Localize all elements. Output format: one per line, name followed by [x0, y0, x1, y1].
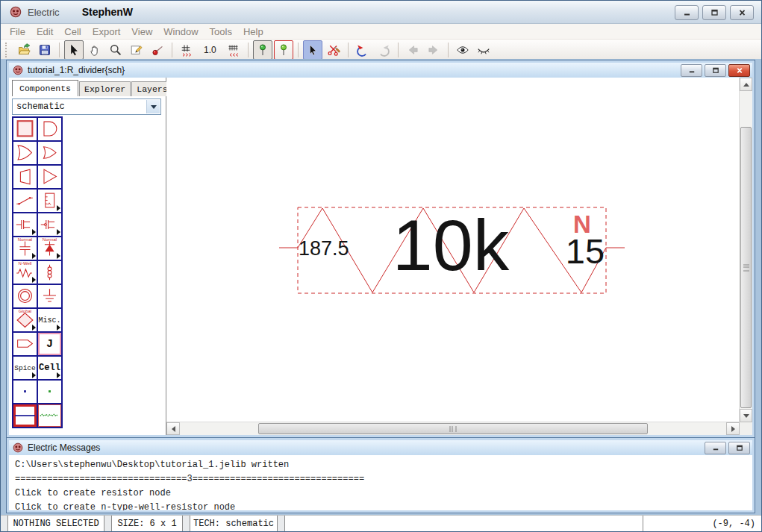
go-back-button[interactable] — [403, 40, 422, 60]
zoom-magnifier-button[interactable] — [106, 40, 125, 60]
messages-console: C:\Users\stephenwu\Desktop\tutorial_1.je… — [9, 455, 752, 510]
palette-item-global-signal[interactable]: Global — [13, 309, 37, 331]
select-objects-icon — [306, 43, 319, 57]
canvas-horizontal-scrollbar[interactable] — [166, 422, 740, 435]
submenu-arrow-icon — [57, 253, 60, 259]
palette-item-resistor[interactable]: N-Well — [13, 261, 37, 284]
palette-item-wire-pin[interactable] — [13, 381, 37, 403]
pin-export-text-button[interactable] — [274, 40, 293, 60]
app-name: Electric — [28, 7, 60, 18]
palette-item-selected-node[interactable] — [13, 118, 37, 140]
palette-item-label: Normal — [43, 237, 57, 242]
palette-item-flipflop[interactable] — [38, 190, 61, 212]
palette-item-letter-j[interactable]: J — [38, 333, 61, 355]
palette-item-buffer[interactable] — [38, 166, 61, 188]
select-arrow-button[interactable] — [64, 40, 84, 60]
palette-select[interactable]: schematic — [12, 98, 161, 115]
palette-item-spice[interactable]: Spice — [13, 357, 37, 379]
open-button[interactable] — [14, 40, 34, 60]
edit-maximize-button[interactable] — [705, 64, 726, 77]
palette-item-xor-gate[interactable] — [38, 142, 61, 164]
vscroll-down-button[interactable] — [740, 409, 752, 422]
tab-components[interactable]: Components — [12, 80, 78, 96]
ground-icon — [38, 285, 61, 307]
submenu-arrow-icon — [32, 372, 36, 378]
main-titlebar[interactable]: Electric StephenW — [1, 1, 761, 24]
edit-modes-button[interactable] — [127, 40, 146, 60]
save-button[interactable] — [35, 40, 54, 60]
menu-item-view[interactable]: View — [131, 26, 152, 37]
canvas-vertical-scrollbar[interactable] — [739, 78, 752, 422]
hscroll-right-button[interactable] — [726, 422, 740, 435]
tools-preferences-button[interactable] — [324, 40, 343, 60]
palette-item-switch[interactable] — [13, 190, 37, 212]
vscroll-thumb[interactable] — [740, 127, 752, 408]
menu-item-window[interactable]: Window — [163, 26, 198, 37]
tab-explorer[interactable]: Explorer — [79, 81, 131, 96]
palette-item-off-page[interactable] — [13, 333, 37, 355]
palette-item-misc[interactable]: Misc. — [38, 309, 61, 331]
pan-hand-icon — [88, 43, 102, 57]
messages-minimize-button[interactable] — [705, 442, 726, 454]
edit-window-titlebar[interactable]: tutorial_1:R_divider{sch} — [9, 63, 752, 78]
redo-button[interactable] — [374, 40, 393, 60]
palette-item-circle-node[interactable] — [13, 285, 37, 307]
menu-item-help[interactable]: Help — [243, 26, 263, 37]
palette-item-or-gate[interactable] — [13, 142, 37, 164]
close-icon — [735, 66, 744, 75]
expand-eye-open-button[interactable] — [453, 40, 472, 60]
palette-item-bus-pin[interactable] — [38, 381, 61, 403]
submenu-arrow-icon — [32, 229, 36, 235]
palette-item-capacitor[interactable]: Normal — [13, 237, 37, 260]
toolbar-separator — [172, 43, 172, 57]
grid-alignment-button[interactable] — [224, 40, 243, 60]
menu-item-file[interactable]: File — [10, 26, 25, 37]
measure-pin-button[interactable] — [148, 40, 167, 60]
messages-titlebar[interactable]: Electric Messages — [9, 440, 752, 456]
electric-logo-icon — [10, 6, 22, 18]
message-line: ================================3=======… — [15, 472, 746, 486]
palette-item-bus-arc[interactable] — [38, 404, 61, 427]
palette-item-ground[interactable] — [38, 285, 61, 307]
xor-gate-icon — [38, 142, 61, 164]
pan-hand-button[interactable] — [85, 40, 104, 60]
palette-item-diode[interactable]: Normal — [38, 237, 61, 260]
pin-export-button[interactable] — [253, 40, 272, 60]
messages-maximize-button[interactable] — [728, 442, 750, 454]
palette-item-mux[interactable] — [13, 166, 37, 188]
schematic-canvas[interactable]: 187.5 10k 15 N — [166, 78, 740, 422]
palette-item-wire-arc[interactable] — [13, 404, 37, 427]
hscroll-thumb[interactable] — [258, 423, 648, 434]
chevron-down-icon[interactable] — [146, 100, 160, 113]
open-icon — [17, 43, 31, 57]
select-objects-button[interactable] — [303, 40, 322, 60]
maximize-icon — [735, 444, 744, 452]
vscroll-up-button[interactable] — [740, 78, 752, 91]
edit-minimize-button[interactable] — [681, 64, 702, 77]
edit-close-button[interactable] — [728, 64, 750, 77]
menu-item-tools[interactable]: Tools — [210, 26, 232, 37]
maximize-button[interactable] — [702, 5, 726, 20]
status-coordinates: (-9, -4) — [643, 516, 761, 531]
go-back-icon — [406, 43, 419, 57]
message-line: C:\Users\stephenwu\Desktop\tutorial_1.je… — [15, 458, 746, 472]
hscroll-left-button[interactable] — [166, 422, 180, 435]
palette-item-transistor-pmos[interactable] — [38, 213, 61, 236]
palette-item-cell-instance[interactable]: Cell — [38, 357, 61, 379]
undo-button[interactable] — [353, 40, 372, 60]
menu-item-export[interactable]: Export — [93, 26, 121, 37]
close-button[interactable] — [730, 5, 754, 20]
electric-main-window: Electric StephenW FileEditCellExportView… — [0, 0, 762, 532]
minimize-button[interactable] — [675, 5, 699, 20]
menu-item-cell[interactable]: Cell — [64, 26, 81, 37]
palette-item-inductor[interactable] — [38, 261, 61, 284]
pin-export-icon — [256, 43, 269, 57]
zoom-level-display: 1.0 — [204, 45, 216, 55]
menu-item-edit[interactable]: Edit — [37, 26, 53, 37]
palette-item-transistor-nmos[interactable] — [13, 213, 37, 236]
selected-node-icon — [13, 118, 37, 140]
palette-item-and-gate[interactable] — [38, 118, 61, 140]
collapse-eye-closed-button[interactable] — [474, 40, 493, 60]
go-forward-button[interactable] — [424, 40, 443, 60]
toggle-grid-button[interactable] — [177, 40, 196, 60]
